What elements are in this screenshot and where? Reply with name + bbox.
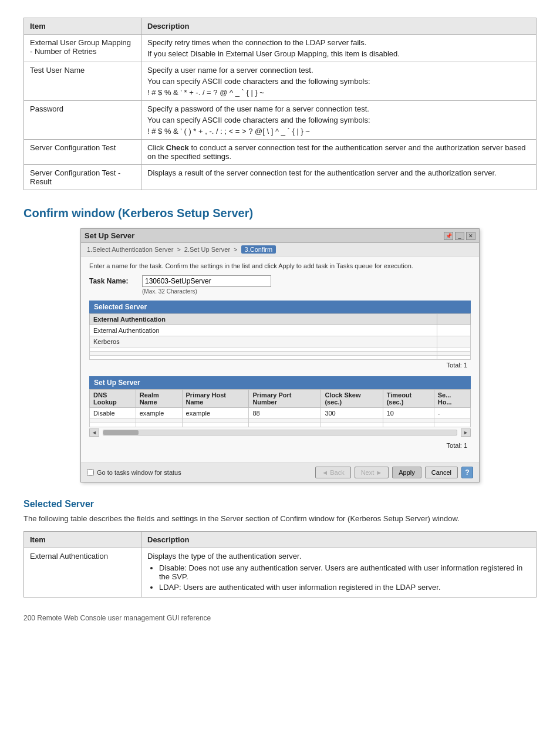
col-primary-host: Primary Host Name (182, 390, 249, 408)
dialog-footer: Go to tasks window for status ◄ Back Nex… (81, 463, 479, 482)
cell-clock: 300 (321, 408, 383, 419)
selected-server-header: Selected Server (89, 301, 471, 313)
setup-server-section: Set Up Server DNS Lookup Realm Name Prim… (89, 376, 471, 451)
goto-tasks-checkbox[interactable] (87, 469, 94, 476)
col-se-ho: Se... Ho... (434, 390, 470, 408)
table-row (90, 347, 471, 352)
selected-server-total: Total: 1 (89, 360, 471, 370)
task-name-row: Task Name: (Max. 32 Characters) (89, 275, 471, 295)
task-name-hint: (Max. 32 Characters) (142, 288, 271, 295)
cell-port: 88 (249, 408, 321, 419)
cell-timeout: 10 (383, 408, 434, 419)
table-row: Kerberos (90, 336, 471, 347)
setup-server-table: DNS Lookup Realm Name Primary Host Name … (89, 389, 471, 427)
cell-se: - (434, 408, 470, 419)
apply-button[interactable]: Apply (392, 467, 421, 478)
table-row (90, 419, 471, 423)
table-row: External User Group Mapping - Number of … (24, 35, 537, 62)
table-row: Test User NameSpecify a user name for a … (24, 62, 537, 101)
breadcrumb-step2: 2.Set Up Server (184, 246, 230, 253)
pin-button[interactable]: 📌 (444, 232, 453, 240)
setup-server-dialog: Set Up Server 📌 _ ✕ 1.Select Authenticat… (80, 228, 480, 482)
sel-srv-col2 (437, 314, 471, 325)
table-row: PasswordSpecify a password of the user n… (24, 101, 537, 140)
table-row (90, 423, 471, 427)
scrollbar-track[interactable] (103, 430, 457, 436)
item-cell: Test User Name (24, 62, 141, 101)
breadcrumb-step3-active: 3.Confirm (241, 245, 276, 254)
bottom-reference-table: Item Description External Authentication… (23, 531, 537, 598)
table-row: External Authentication (90, 325, 471, 336)
sel-srv-cell-val (437, 325, 471, 336)
sel-srv-cell-auth: External Authentication (90, 325, 437, 336)
bot-col-item-header: Item (24, 532, 141, 548)
setup-server-header: Set Up Server (89, 376, 471, 389)
desc-cell: Click Check to conduct a server connecti… (141, 140, 537, 165)
top-reference-table: Item Description External User Group Map… (23, 18, 537, 190)
cell-primary-host: example (182, 408, 249, 419)
col-item-header: Item (24, 18, 141, 35)
footer-left: Go to tasks window for status (87, 469, 312, 476)
desc-cell: Displays the type of the authentication … (141, 548, 537, 598)
col-clock: Clock Skew (sec.) (321, 390, 383, 408)
table-row (90, 356, 471, 360)
dialog-titlebar: Set Up Server 📌 _ ✕ (81, 229, 479, 243)
item-cell: Server Configuration Test (24, 140, 141, 165)
dialog-info-text: Enter a name for the task. Confirm the s… (89, 262, 471, 269)
sel-srv-col1: External Authentication (90, 314, 437, 325)
cell-realm: example (136, 408, 182, 419)
col-timeout: Timeout (sec.) (383, 390, 434, 408)
minimize-button[interactable]: _ (455, 232, 464, 240)
task-name-label: Task Name: (89, 275, 136, 285)
next-button[interactable]: Next ► (355, 467, 389, 478)
list-item: LDAP: Users are authenticated with user … (159, 583, 530, 592)
dialog-window-controls: 📌 _ ✕ (444, 232, 475, 240)
selected-server-section: Selected Server External Authentication … (89, 301, 471, 370)
desc-cell: Specify a user name for a server connect… (141, 62, 537, 101)
list-item: Disable: Does not use any authentication… (159, 563, 530, 581)
bot-col-desc-header: Description (141, 532, 537, 548)
desc-cell: Specify retry times when the connection … (141, 35, 537, 62)
page-footer: 200 Remote Web Console user management G… (23, 614, 537, 622)
scroll-right-arrow[interactable]: ► (461, 428, 471, 437)
close-button[interactable]: ✕ (466, 232, 475, 240)
task-name-input[interactable] (142, 275, 271, 287)
cancel-button[interactable]: Cancel (425, 467, 458, 478)
item-cell: External User Group Mapping - Number of … (24, 35, 141, 62)
col-primary-port: Primary Port Number (249, 390, 321, 408)
breadcrumb-step1: 1.Select Authentication Server (87, 246, 173, 253)
goto-tasks-label: Go to tasks window for status (97, 469, 181, 476)
scrollbar-thumb[interactable] (103, 430, 139, 435)
task-name-input-wrap: (Max. 32 Characters) (142, 275, 271, 295)
sub-section-desc: The following table describes the fields… (23, 514, 537, 523)
help-button[interactable]: ? (461, 467, 473, 478)
sel-srv-cell-val2 (437, 336, 471, 347)
desc-cell: Specify a password of the user name for … (141, 101, 537, 140)
sub-section-heading: Selected Server (23, 499, 537, 509)
dialog-body: Enter a name for the task. Confirm the s… (81, 256, 479, 463)
scroll-left-arrow[interactable]: ◄ (89, 428, 99, 437)
item-cell: External Authentication (24, 548, 141, 598)
table-row: Server Configuration TestClick Check to … (24, 140, 537, 165)
table-row: Server Configuration Test - ResultDispla… (24, 165, 537, 190)
item-cell: Server Configuration Test - Result (24, 165, 141, 190)
sel-srv-cell-kerberos: Kerberos (90, 336, 437, 347)
col-realm: Realm Name (136, 390, 182, 408)
breadcrumb-bar: 1.Select Authentication Server > 2.Set U… (81, 243, 479, 256)
desc-cell: Displays a result of the server connecti… (141, 165, 537, 190)
table-row: Disable example example 88 300 10 - (90, 408, 471, 419)
setup-server-total: Total: 1 (89, 440, 471, 451)
cell-disable: Disable (90, 408, 136, 419)
item-cell: Password (24, 101, 141, 140)
col-desc-header: Description (141, 18, 537, 35)
col-dns: DNS Lookup (90, 390, 136, 408)
table-row: External AuthenticationDisplays the type… (24, 548, 537, 598)
back-button[interactable]: ◄ Back (315, 467, 350, 478)
selected-server-table: External Authentication External Authent… (89, 313, 471, 360)
table-row (90, 352, 471, 356)
dialog-title: Set Up Server (85, 231, 134, 240)
section-heading: Confirm window (Kerberos Setup Server) (23, 207, 537, 220)
horizontal-scrollbar[interactable]: ◄ ► (89, 427, 471, 438)
